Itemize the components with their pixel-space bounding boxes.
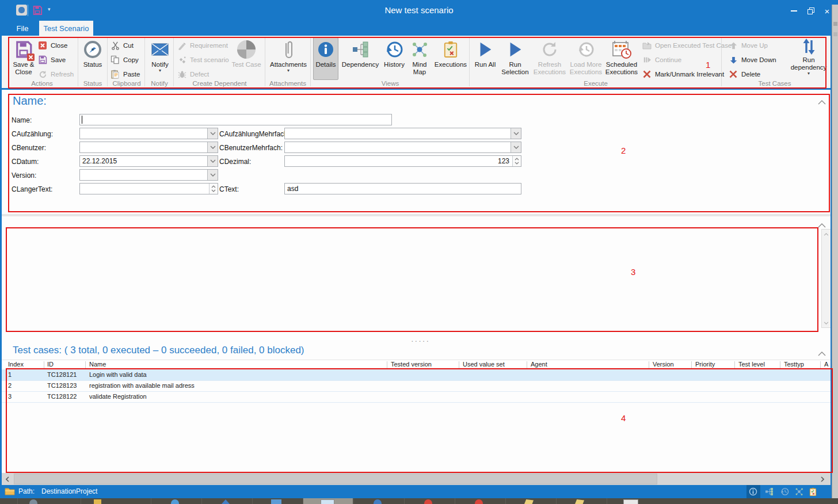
save-and-close-button[interactable]: Save & Close	[9, 38, 38, 76]
hscroll-thumb[interactable]	[14, 474, 657, 484]
taskbar-item[interactable]	[81, 498, 113, 504]
splitter-handle[interactable]: .....	[405, 335, 437, 343]
scroll-up-icon[interactable]	[822, 230, 831, 239]
scheduled-executions-button[interactable]: Scheduled Executions	[604, 38, 639, 76]
collapse-testcases-chevron-icon[interactable]	[818, 348, 826, 353]
scroll-right-icon[interactable]	[817, 473, 828, 485]
close-button[interactable]: Close	[37, 39, 75, 52]
dropdown-chevron-icon[interactable]	[207, 142, 218, 152]
tab-test-scenario[interactable]: Test Scenario	[39, 21, 93, 36]
taskbar-item[interactable]	[607, 498, 657, 504]
taskbar-item[interactable]	[17, 498, 50, 504]
middle-section-vscrollbar[interactable]	[821, 229, 831, 328]
column-header-name[interactable]: Name	[89, 361, 106, 368]
dropdown-chevron-icon[interactable]	[207, 128, 218, 139]
move-down-button[interactable]: Move Down	[728, 54, 790, 66]
ctext-input[interactable]: asd	[284, 183, 521, 194]
attachments-dropdown-icon[interactable]: ▾	[287, 68, 290, 73]
mind-map-button[interactable]: Mind Map	[406, 38, 433, 76]
caufzaehlung-combobox[interactable]	[79, 128, 218, 139]
run-all-button[interactable]: Run All	[472, 38, 498, 68]
table-row[interactable]: 3 TC128122 validate Registration	[2, 391, 832, 403]
cdatum-combobox[interactable]: 22.12.2015	[79, 155, 218, 167]
label-cbenutzer-mehrfach: CBenutzerMehrfach:	[219, 144, 283, 152]
taskbar-item[interactable]	[505, 498, 555, 504]
taskbar-item[interactable]	[404, 498, 454, 504]
statusbar-history-icon[interactable]	[780, 487, 790, 497]
dropdown-chevron-icon[interactable]	[511, 142, 521, 152]
group-label-execute: Execute	[470, 80, 721, 87]
horizontal-scrollbar[interactable]	[2, 473, 831, 485]
column-header-id[interactable]: ID	[47, 361, 54, 368]
cell-id: TC128122	[47, 393, 77, 400]
table-row-selected[interactable]: 1 TC128121 Login with valid data	[2, 369, 832, 381]
taskbar-item[interactable]	[455, 498, 505, 504]
cell-name: Login with valid data	[89, 371, 147, 378]
delete-button[interactable]: Delete	[728, 68, 790, 81]
dependency-button[interactable]: Dependency	[339, 38, 382, 68]
dropdown-chevron-icon[interactable]	[207, 156, 218, 166]
notify-button[interactable]: Notify ▾	[147, 38, 173, 73]
move-down-label: Move Down	[741, 56, 776, 63]
executions-button[interactable]: Executions	[432, 38, 469, 68]
requirement-button: Requirement	[177, 39, 230, 52]
version-combobox[interactable]	[79, 169, 218, 181]
taskbar-item[interactable]	[353, 498, 403, 504]
taskbar-item[interactable]	[151, 498, 201, 504]
spinner-buttons[interactable]	[512, 156, 521, 166]
move-up-icon	[728, 40, 738, 51]
cdezimal-spinner-input[interactable]: 123	[284, 155, 521, 167]
cut-button[interactable]: Cut	[110, 39, 143, 52]
statusbar-executions-icon[interactable]	[808, 487, 818, 497]
os-taskbar[interactable]	[0, 498, 838, 504]
column-header-tested-version[interactable]: Tested version	[391, 361, 432, 368]
taskbar-item[interactable]	[252, 498, 302, 504]
cell-name: registration with available mail adress	[89, 382, 195, 389]
column-header-used-value-set[interactable]: Used value set	[463, 361, 505, 368]
clangertext-spinner-input[interactable]	[79, 183, 218, 194]
column-header-testtyp[interactable]: Testtyp	[784, 361, 804, 368]
continue-icon	[642, 55, 652, 65]
details-button[interactable]: Details	[313, 37, 338, 80]
cbenutzer-mehrfach-combobox[interactable]	[284, 142, 521, 153]
table-row[interactable]: 2 TC128123 registration with available m…	[2, 380, 832, 392]
run-all-label: Run All	[475, 61, 496, 68]
dropdown-chevron-icon[interactable]	[207, 170, 218, 180]
attachments-button[interactable]: Attachments ▾	[268, 38, 309, 73]
name-input[interactable]	[79, 114, 392, 125]
tab-file[interactable]: File	[8, 21, 37, 36]
column-header-version[interactable]: Version	[653, 361, 674, 368]
window-left-border	[0, 21, 2, 485]
taskbar-item-active[interactable]	[303, 498, 353, 504]
status-button[interactable]: Status	[80, 38, 105, 68]
scroll-down-icon[interactable]	[822, 318, 831, 327]
run-selection-button[interactable]: Run Selection	[499, 38, 531, 76]
dropdown-chevron-icon[interactable]	[511, 128, 521, 139]
taskbar-item[interactable]	[201, 498, 252, 504]
minimize-button[interactable]	[786, 6, 801, 16]
run-dependency-button[interactable]: Run dependency ▾	[790, 37, 827, 76]
history-button[interactable]: History	[382, 38, 407, 68]
save-button[interactable]: Save	[37, 54, 75, 66]
paste-button[interactable]: Paste	[110, 68, 143, 81]
cbenutzer-combobox[interactable]	[79, 142, 218, 153]
collapse-middle-chevron-icon[interactable]	[818, 220, 826, 225]
column-header-priority[interactable]: Priority	[695, 361, 715, 368]
load-more-executions-label: Load More Executions	[568, 61, 604, 76]
column-header-test-level[interactable]: Test level	[738, 361, 765, 368]
collapse-form-chevron-icon[interactable]	[818, 97, 826, 102]
statusbar-dependency-icon[interactable]	[764, 487, 774, 497]
restore-button[interactable]	[803, 6, 818, 16]
notify-dropdown-icon[interactable]: ▾	[159, 68, 161, 73]
run-dependency-dropdown-icon[interactable]: ▾	[807, 71, 810, 76]
scroll-left-icon[interactable]	[2, 473, 13, 485]
column-header-agent[interactable]: Agent	[531, 361, 547, 368]
taskbar-item[interactable]	[556, 498, 606, 504]
spinner-buttons[interactable]	[209, 184, 218, 194]
statusbar-mindmap-icon[interactable]	[794, 487, 804, 497]
statusbar-details-toggle[interactable]	[746, 485, 760, 498]
caufzaehlung-mehrfach-combobox[interactable]	[284, 128, 521, 139]
copy-button[interactable]: Copy	[110, 54, 143, 66]
column-header-a[interactable]: A	[824, 361, 828, 368]
column-header-index[interactable]: Index	[8, 361, 24, 368]
